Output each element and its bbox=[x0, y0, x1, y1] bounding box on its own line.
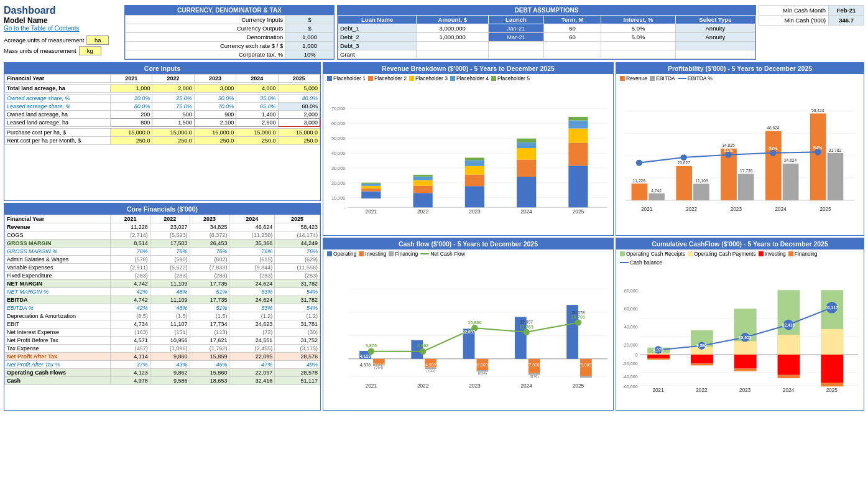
currency-label-3: Denomination bbox=[126, 33, 286, 42]
cumcf-op-receipts-color bbox=[620, 251, 625, 256]
profitability-chart-header: Profitability ($'000) - 5 Years to Decem… bbox=[616, 63, 864, 74]
mincash-block: Min Cash Month Feb-21 Min Cash ('000) 34… bbox=[759, 5, 864, 26]
ci-fy-header: Financial Year bbox=[5, 75, 111, 83]
cumcf-svg: 80,000 60,000 40,000 20,000 0 -20,000 -4… bbox=[619, 269, 861, 408]
prof-legend-rev-label: Revenue bbox=[626, 75, 647, 82]
toc-link[interactable]: Go to the Table of Contents bbox=[4, 25, 122, 32]
legend-color-1 bbox=[327, 76, 332, 81]
svg-rect-23 bbox=[413, 180, 433, 185]
svg-text:24,624: 24,624 bbox=[784, 158, 797, 162]
cumcf-cash-label: Cash balance bbox=[630, 259, 662, 266]
ci-year-2025: 2025 bbox=[278, 75, 320, 83]
mass-input[interactable]: kg bbox=[79, 46, 101, 55]
currency-value-2[interactable]: $ bbox=[286, 24, 334, 33]
debt-col-interest: Interest, % bbox=[601, 16, 675, 24]
legend-label-3: Placeholder 3 bbox=[415, 75, 448, 82]
prof-legend-ebitda: EBITDA bbox=[650, 75, 675, 82]
cf-row-cash: Cash 4,978 9,586 18,653 32,416 51,117 bbox=[5, 377, 320, 385]
svg-text:70,000: 70,000 bbox=[331, 106, 345, 111]
revenue-legend: Placeholder 1 Placeholder 2 Placeholder … bbox=[323, 74, 613, 83]
title-block: Dashboard Model Name Go to the Table of … bbox=[4, 5, 122, 57]
svg-text:18,701: 18,701 bbox=[571, 314, 585, 320]
core-inputs-table: Financial Year 2021 2022 2023 2024 2025 … bbox=[4, 74, 320, 145]
right-panel: Profitability ($'000) - 5 Years to Decem… bbox=[616, 62, 864, 411]
svg-text:28,578: 28,578 bbox=[572, 310, 585, 314]
profitability-chart-inner: 42% 48% 51% 53% 54% 11,228 23,027 34,825… bbox=[616, 83, 864, 235]
svg-text:2024: 2024 bbox=[775, 207, 787, 212]
svg-rect-28 bbox=[465, 166, 484, 175]
debt-col-type: Select Type bbox=[675, 16, 755, 24]
svg-text:42%: 42% bbox=[635, 156, 644, 161]
cf-row-ebit: EBIT 4,734 11,107 17,734 24,623 31,781 bbox=[5, 320, 320, 328]
ci-year-2023: 2023 bbox=[194, 75, 236, 83]
svg-rect-152 bbox=[647, 358, 670, 360]
svg-rect-159 bbox=[734, 354, 757, 368]
cumcf-legend: Operating Cash Receipts Operating Cash P… bbox=[616, 249, 864, 267]
acreage-input[interactable]: ha bbox=[86, 35, 109, 45]
debt-block: DEBT ASSUMPTIONS Loan Name Amount, $ Lau… bbox=[337, 5, 756, 60]
currency-row-5: Corporate tax, % 10% bbox=[126, 50, 334, 59]
svg-rect-163 bbox=[778, 354, 800, 375]
mincash-label-1: Min Cash Month bbox=[759, 6, 829, 16]
currency-row-4: Currency exch rate $ / $ 1,000 bbox=[126, 42, 334, 50]
cumcf-op-receipts-label: Operating Cash Receipts bbox=[626, 251, 685, 257]
cf-row-nm-pct: NET MARGIN % 42% 48% 51% 53% 54% bbox=[5, 288, 320, 296]
currency-value-5[interactable]: 10% bbox=[286, 50, 334, 59]
currency-row-3: Denomination 1,000 bbox=[126, 33, 334, 42]
cf-row-npat: Net Profit After Tax 4,114 9,860 15,859 … bbox=[5, 353, 320, 361]
cf-year-2025: 2025 bbox=[275, 215, 320, 223]
svg-rect-30 bbox=[465, 157, 484, 160]
currency-value-4[interactable]: 1,000 bbox=[286, 42, 334, 50]
cumcf-inv-label: Investing bbox=[765, 251, 786, 257]
svg-rect-24 bbox=[413, 177, 433, 180]
svg-rect-108 bbox=[738, 174, 754, 200]
model-name: Model Name bbox=[4, 16, 122, 25]
cashflow-chart-header: Cash flow ($'000) - 5 Years to December … bbox=[323, 238, 613, 249]
prof-legend-pct: EBITDA % bbox=[678, 75, 713, 82]
svg-text:20,000: 20,000 bbox=[624, 342, 638, 347]
legend-color-2 bbox=[368, 76, 373, 81]
currency-value-3[interactable]: 1,000 bbox=[286, 33, 334, 42]
cf-row-gross-margin: GROSS MARGIN 8,514 17,503 26,453 35,366 … bbox=[5, 240, 320, 248]
cf-legend-net: Net Cash Flow bbox=[420, 251, 465, 257]
cf-year-2023: 2023 bbox=[190, 215, 229, 223]
currency-block: CURRENCY, DENOMINATOR & TAX Currency Inp… bbox=[124, 5, 335, 60]
revenue-svg: 70,000 60,000 50,000 40,000 30,000 20,00… bbox=[326, 85, 611, 233]
svg-rect-155 bbox=[691, 354, 713, 363]
svg-rect-104 bbox=[765, 131, 782, 200]
ci-row-owned-ha: Owned land acreage, ha 200 500 900 1,400… bbox=[5, 111, 320, 119]
cf-row-cogs: COGS (2,714) (5,523) (8,372) (11,258) (1… bbox=[5, 231, 320, 240]
svg-text:3,870: 3,870 bbox=[366, 343, 377, 348]
svg-rect-158 bbox=[734, 341, 757, 355]
legend-color-3 bbox=[409, 76, 414, 81]
prof-legend-ebitda-color bbox=[650, 76, 655, 81]
currency-value-1[interactable]: $ bbox=[286, 16, 334, 24]
svg-rect-27 bbox=[465, 175, 484, 186]
legend-label-5: Placeholder 5 bbox=[497, 75, 530, 82]
svg-point-71 bbox=[575, 319, 581, 325]
svg-text:9,586: 9,586 bbox=[696, 343, 707, 348]
core-financials-block: Core Financials ($'000) Financial Year 2… bbox=[4, 203, 321, 411]
svg-rect-31 bbox=[517, 177, 536, 207]
revenue-chart-container: Revenue Breakdown ($'000) - 5 Years to D… bbox=[323, 62, 614, 236]
cf-fy-header: Financial Year bbox=[5, 215, 111, 223]
debt-table: Loan Name Amount, $ Launch Term, M Inter… bbox=[338, 15, 755, 59]
svg-text:2021: 2021 bbox=[641, 207, 653, 212]
svg-rect-107 bbox=[693, 184, 709, 200]
cumcf-legend-cash: Cash balance bbox=[620, 259, 662, 266]
currency-title: CURRENCY, DENOMINATOR & TAX bbox=[125, 6, 334, 15]
svg-rect-66 bbox=[580, 376, 592, 378]
svg-rect-17 bbox=[361, 189, 381, 191]
profitability-chart-container: Profitability ($'000) - 5 Years to Decem… bbox=[616, 62, 864, 236]
legend-placeholder4: Placeholder 4 bbox=[450, 75, 489, 82]
svg-text:51,117: 51,117 bbox=[826, 305, 839, 310]
debt-col-amount: Amount, $ bbox=[417, 16, 489, 24]
cf-row-revenue: Revenue 11,228 23,027 34,825 46,624 58,4… bbox=[5, 223, 320, 231]
mincash-row-1: Min Cash Month Feb-21 bbox=[759, 6, 864, 16]
svg-text:2022: 2022 bbox=[696, 388, 708, 393]
svg-text:(6,000): (6,000) bbox=[476, 363, 489, 368]
svg-rect-39 bbox=[568, 121, 588, 129]
cf-row-ebitda: EBITDA 4,742 11,109 17,735 24,624 31,782 bbox=[5, 296, 320, 304]
svg-text:40,000: 40,000 bbox=[624, 324, 638, 329]
svg-text:(9,000): (9,000) bbox=[579, 363, 593, 368]
